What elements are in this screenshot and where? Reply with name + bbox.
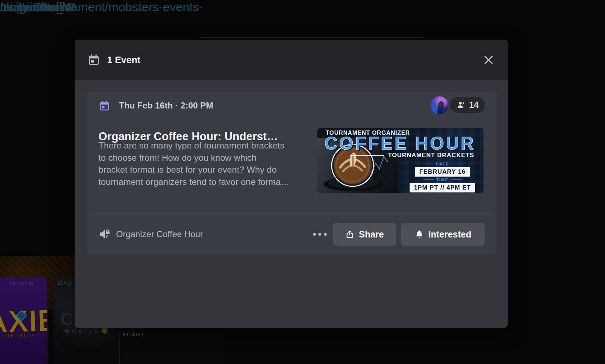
events-modal: 1 Event Thu Feb 16th · 2:00 bbox=[75, 40, 508, 328]
gift-card-label: FT GIFT bbox=[123, 332, 144, 337]
event-description-line: bracket format is best for your event? W… bbox=[98, 164, 290, 176]
banner-time-value: 1PM PT // 4PM ET bbox=[410, 183, 475, 192]
share-icon bbox=[345, 230, 354, 239]
background-divider bbox=[200, 37, 424, 38]
cod-card-subtitle: MOBILE bbox=[65, 328, 101, 334]
event-calendar-icon bbox=[99, 100, 110, 111]
axie-card-subtitle: INFINITY bbox=[2, 332, 36, 338]
modal-header: 1 Event bbox=[75, 40, 508, 80]
attendee-count-badge: 14 bbox=[450, 97, 485, 113]
modal-title: 1 Event bbox=[107, 54, 141, 66]
event-description-line: tournament organizers tend to favor one … bbox=[98, 176, 290, 188]
banner-title: COFFEE HOUR bbox=[324, 134, 476, 153]
interested-button[interactable]: Interested bbox=[401, 223, 485, 246]
banner-schedule: DATE FEBRUARY 16 TIME 1PM PT // 4PM ET bbox=[410, 162, 475, 192]
more-options-button[interactable] bbox=[307, 229, 332, 239]
event-description-line: There are so many type of tournament bra… bbox=[98, 139, 290, 152]
background-link[interactable]: ning.io/tournam bbox=[0, 0, 75, 14]
more-options-icon bbox=[318, 233, 321, 236]
share-button-label: Share bbox=[359, 229, 384, 240]
close-icon bbox=[482, 62, 495, 67]
banner-rule bbox=[350, 155, 384, 156]
banner-time-label: TIME bbox=[423, 178, 462, 182]
more-options-icon bbox=[313, 233, 316, 236]
event-datetime: Thu Feb 16th · 2:00 PM bbox=[119, 100, 213, 111]
calendar-icon bbox=[88, 54, 100, 66]
banner-subtitle: TOURNAMENT BRACKETS bbox=[388, 152, 474, 159]
event-banner-image: TOURNAMENT ORGANIZER COFFEE HOUR TOURNAM… bbox=[317, 128, 483, 193]
event-description-line: to choose from! How do you know which bbox=[98, 152, 290, 164]
event-description: There are so many type of tournament bra… bbox=[98, 139, 290, 188]
background-game-card-axie: 20 AXS-R AXIE INFINITY bbox=[0, 278, 48, 364]
screen: ming.io/tournament/mobsters-events-3 /tw… bbox=[0, 0, 605, 364]
banner-date-value: FEBRUARY 16 bbox=[415, 167, 470, 177]
event-creator-avatar bbox=[430, 96, 449, 114]
event-card[interactable]: Thu Feb 16th · 2:00 PM 14 Organizer Coff… bbox=[87, 92, 496, 254]
bell-icon bbox=[415, 230, 424, 239]
stage-channel-lock-icon bbox=[98, 228, 111, 240]
banner-date-label: DATE bbox=[422, 162, 462, 166]
more-options-icon bbox=[324, 233, 327, 236]
cod-logo-icon bbox=[102, 327, 107, 334]
attendee-count: 14 bbox=[469, 100, 479, 110]
event-channel-name: Organizer Coffee Hour bbox=[116, 228, 203, 240]
share-button[interactable]: Share bbox=[333, 223, 396, 246]
members-icon bbox=[456, 100, 466, 110]
card-divider bbox=[92, 213, 491, 214]
axie-card-label: 20 AXS-R bbox=[10, 281, 34, 287]
banner-subtitle-row: TOURNAMENT BRACKETS bbox=[350, 152, 474, 159]
interested-button-label: Interested bbox=[428, 229, 471, 240]
close-button[interactable] bbox=[482, 54, 495, 66]
